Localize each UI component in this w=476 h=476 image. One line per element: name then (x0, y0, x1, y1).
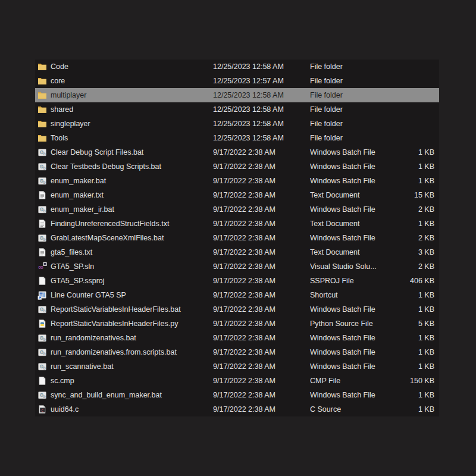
file-date-modified: 9/17/2022 2:38 AM (213, 331, 275, 345)
file-date-modified: 9/17/2022 2:38 AM (213, 345, 275, 359)
batch-file-icon: ⚙⚙ (37, 176, 47, 186)
file-date-modified: 9/17/2022 2:38 AM (213, 317, 275, 331)
svg-text:⚙: ⚙ (43, 394, 46, 399)
file-name: core (51, 74, 65, 88)
batch-file-icon: ⚙⚙ (37, 390, 47, 400)
file-name: Clear Debug Script Files.bat (51, 145, 143, 159)
batch-file-icon: ⚙⚙ (37, 233, 47, 243)
folder-icon (37, 133, 47, 143)
file-row[interactable]: ⚙⚙ GrabLatestMapSceneXmlFiles.bat 9/17/2… (35, 231, 439, 245)
file-size: 1 KB (418, 145, 434, 159)
file-row[interactable]: c uuid64.c 9/17/2022 2:38 AM C Source 1 … (35, 402, 439, 416)
file-row[interactable]: sc.cmp 9/17/2022 2:38 AM CMP File 150 KB (35, 374, 439, 388)
file-row[interactable]: Line Counter GTA5 SP 9/17/2022 2:38 AM S… (35, 288, 439, 302)
file-date-modified: 9/17/2022 2:38 AM (213, 202, 275, 217)
file-type: Visual Studio Solu... (310, 259, 377, 274)
file-date-modified: 9/17/2022 2:38 AM (213, 274, 275, 288)
file-name: singleplayer (51, 117, 90, 131)
batch-file-icon: ⚙⚙ (37, 347, 47, 357)
file-name: FindingUnreferencedStructFields.txt (51, 217, 169, 231)
file-size: 3 KB (418, 245, 434, 259)
file-type: Windows Batch File (310, 345, 375, 359)
file-type: File folder (310, 117, 343, 131)
file-date-modified: 9/17/2022 2:38 AM (213, 402, 275, 416)
file-size: 2 KB (418, 231, 434, 245)
file-size: 1 KB (418, 388, 434, 402)
file-date-modified: 12/25/2023 12:58 AM (213, 102, 284, 117)
file-type: Windows Batch File (310, 331, 375, 345)
file-row[interactable]: shared 12/25/2023 12:58 AM File folder (35, 102, 439, 117)
document-icon (37, 276, 47, 286)
file-row[interactable]: ⚙⚙ ReportStaticVariablesInHeaderFiles.ba… (35, 302, 439, 317)
svg-text:⚙: ⚙ (43, 166, 46, 171)
file-row[interactable]: enum_maker.txt 9/17/2022 2:38 AM Text Do… (35, 188, 439, 202)
file-size: 1 KB (418, 345, 434, 359)
desktop-background: Code 12/25/2023 12:58 AM File folder cor… (0, 0, 476, 476)
file-list: Code 12/25/2023 12:58 AM File folder cor… (35, 60, 439, 416)
file-name: Clear Testbeds Debug Scripts.bat (51, 159, 161, 174)
file-row[interactable]: multiplayer 12/25/2023 12:58 AM File fol… (35, 88, 439, 102)
file-date-modified: 9/17/2022 2:38 AM (213, 188, 275, 202)
file-name: sc.cmp (51, 374, 74, 388)
batch-file-icon: ⚙⚙ (37, 148, 47, 157)
file-row[interactable]: ⚙⚙ enum_maker_ir.bat 9/17/2022 2:38 AM W… (35, 202, 439, 217)
file-date-modified: 9/17/2022 2:38 AM (213, 388, 275, 402)
folder-icon (37, 62, 47, 71)
batch-file-icon: ⚙⚙ (37, 162, 47, 171)
file-name: Line Counter GTA5 SP (51, 288, 126, 302)
file-date-modified: 9/17/2022 2:38 AM (213, 174, 275, 188)
file-name: enum_maker_ir.bat (51, 202, 114, 217)
file-type: File folder (310, 88, 343, 102)
svg-text:⚙: ⚙ (43, 309, 46, 314)
file-row[interactable]: ⚙⚙ Clear Debug Script Files.bat 9/17/202… (35, 145, 439, 159)
file-size: 1 KB (418, 302, 434, 317)
file-row[interactable]: ⚙⚙ run_randomizenatives.from.scripts.bat… (35, 345, 439, 359)
file-type: Text Document (310, 188, 359, 202)
file-date-modified: 9/17/2022 2:38 AM (213, 231, 275, 245)
file-row[interactable]: ⚙⚙ Clear Testbeds Debug Scripts.bat 9/17… (35, 159, 439, 174)
file-name: Code (51, 60, 68, 74)
file-type: SSPROJ File (310, 274, 354, 288)
file-size: 2 KB (418, 202, 434, 217)
file-size: 1 KB (418, 174, 434, 188)
svg-text:⚙: ⚙ (43, 152, 46, 156)
python-icon (37, 319, 47, 328)
file-row[interactable]: ⚙⚙ run_randomizenatives.bat 9/17/2022 2:… (35, 331, 439, 345)
file-name: GrabLatestMapSceneXmlFiles.bat (51, 231, 164, 245)
file-row[interactable]: ⚙⚙ sync_and_build_enum_maker.bat 9/17/20… (35, 388, 439, 402)
file-size: 1 KB (418, 217, 434, 231)
file-size: 1 KB (418, 288, 434, 302)
file-name: uuid64.c (51, 402, 79, 416)
file-date-modified: 12/25/2023 12:58 AM (213, 60, 284, 74)
text-document-icon (37, 190, 47, 200)
file-name: run_randomizenatives.from.scripts.bat (51, 345, 177, 359)
svg-text:⚙: ⚙ (43, 352, 46, 356)
file-date-modified: 9/17/2022 2:38 AM (213, 259, 275, 274)
folder-icon (37, 76, 47, 86)
file-type: Text Document (310, 217, 359, 231)
file-name: shared (51, 102, 73, 117)
file-row[interactable]: ⚙⚙ enum_maker.bat 9/17/2022 2:38 AM Wind… (35, 174, 439, 188)
file-row[interactable]: ∞ GTA5_SP.sln 9/17/2022 2:38 AM Visual S… (35, 259, 439, 274)
file-row[interactable]: FindingUnreferencedStructFields.txt 9/17… (35, 217, 439, 231)
folder-icon (37, 119, 47, 129)
file-row[interactable]: ReportStaticVariablesInHeaderFiles.py 9/… (35, 317, 439, 331)
file-row[interactable]: Tools 12/25/2023 12:58 AM File folder (35, 131, 439, 145)
batch-file-icon: ⚙⚙ (37, 362, 47, 371)
file-name: run_randomizenatives.bat (51, 331, 136, 345)
file-row[interactable]: core 12/25/2023 12:57 AM File folder (35, 74, 439, 88)
file-type: Text Document (310, 245, 359, 259)
file-date-modified: 9/17/2022 2:38 AM (213, 359, 275, 374)
file-type: C Source (310, 402, 341, 416)
file-row[interactable]: gta5_files.txt 9/17/2022 2:38 AM Text Do… (35, 245, 439, 259)
file-row[interactable]: Code 12/25/2023 12:58 AM File folder (35, 60, 439, 74)
file-size: 15 KB (414, 188, 434, 202)
file-row[interactable]: GTA5_SP.ssproj 9/17/2022 2:38 AM SSPROJ … (35, 274, 439, 288)
file-type: Windows Batch File (310, 202, 375, 217)
file-name: multiplayer (51, 88, 86, 102)
file-row[interactable]: singleplayer 12/25/2023 12:58 AM File fo… (35, 117, 439, 131)
file-row[interactable]: ⚙⚙ run_scannative.bat 9/17/2022 2:38 AM … (35, 359, 439, 374)
file-type: Windows Batch File (310, 159, 375, 174)
folder-icon (37, 90, 47, 100)
file-type: Windows Batch File (310, 231, 375, 245)
